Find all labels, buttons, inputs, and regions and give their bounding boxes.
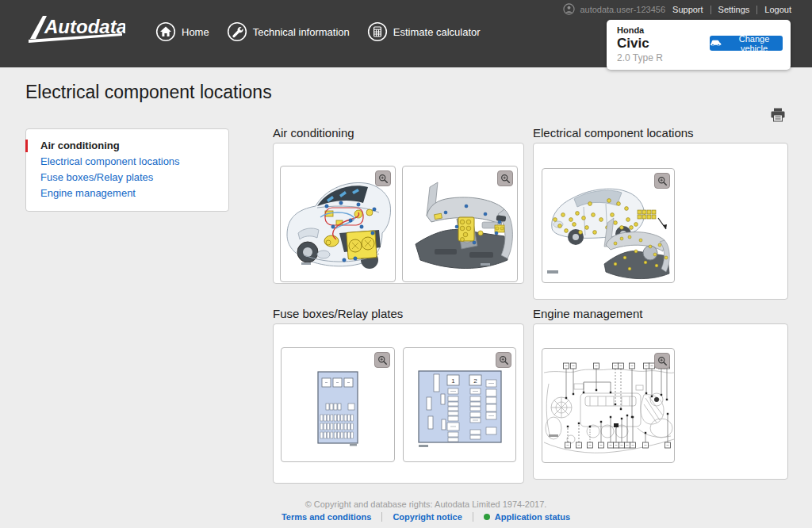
vehicle-card: Honda Civic 2.0 Type R Change vehicle <box>607 20 791 70</box>
settings-link[interactable]: Settings <box>718 5 750 14</box>
green-status-dot <box>484 514 490 520</box>
nav-technical-information-label: Technical information <box>253 26 350 38</box>
support-link[interactable]: Support <box>672 5 703 14</box>
thumbnail-engine-management[interactable] <box>542 348 675 463</box>
magnifier-plus-icon[interactable] <box>654 353 670 369</box>
nav-home-label: Home <box>182 26 209 38</box>
home-icon <box>155 21 176 42</box>
sidebar-menu: Air conditioning Electrical component lo… <box>25 128 229 212</box>
magnifier-plus-icon[interactable] <box>654 173 670 189</box>
page-title: Electrical component locations <box>25 82 272 103</box>
print-button[interactable] <box>769 108 787 124</box>
person-icon <box>563 3 575 17</box>
user-chip: autodata.user-123456 <box>563 3 665 17</box>
footer-copyright: © Copyright and database rights: Autodat… <box>40 499 812 509</box>
thumbnail-fuse-box-1[interactable] <box>281 347 395 462</box>
thumbnail-ac-interior[interactable] <box>402 166 518 282</box>
calculator-icon <box>367 21 388 42</box>
section-title-electrical-component-locations: Electrical component locations <box>533 126 694 140</box>
wrench-icon <box>227 21 247 42</box>
panel-fuse-boxes-relay-plates: 1 2 <box>273 323 524 484</box>
logout-link[interactable]: Logout <box>764 5 791 14</box>
section-title-fuse-boxes-relay-plates: Fuse boxes/Relay plates <box>273 307 403 320</box>
section-title-air-conditioning: Air conditioning <box>273 126 354 140</box>
fuse-box-label-2: 2 <box>473 377 477 385</box>
divider <box>473 512 473 522</box>
sidebar-item-air-conditioning[interactable]: Air conditioning <box>26 138 228 154</box>
sidebar-item-engine-management[interactable]: Engine management <box>26 186 228 201</box>
thumbnail-electrical-component-locations[interactable] <box>542 168 675 283</box>
sidebar-item-fuse-boxes-relay-plates[interactable]: Fuse boxes/Relay plates <box>26 170 228 186</box>
magnifier-plus-icon[interactable] <box>497 170 513 186</box>
panel-electrical-component-locations <box>533 143 788 300</box>
printer-icon <box>770 113 786 124</box>
panel-air-conditioning <box>273 143 524 284</box>
divider <box>756 6 757 14</box>
application-status-label: Application status <box>495 512 570 522</box>
page: autodata.user-123456 Support Settings Lo… <box>0 0 812 528</box>
utility-row: autodata.user-123456 Support Settings Lo… <box>563 3 791 16</box>
divider <box>710 6 711 14</box>
thumbnail-ac-engine-bay[interactable] <box>280 166 396 282</box>
nav-home[interactable]: Home <box>155 21 209 42</box>
vehicle-model: Civic <box>617 36 649 52</box>
nav-technical-information[interactable]: Technical information <box>227 21 350 42</box>
nav-estimate-calculator[interactable]: Estimate calculator <box>367 21 481 42</box>
change-vehicle-label: Change vehicle <box>726 34 783 53</box>
thumbnail-fuse-box-2[interactable]: 1 2 <box>403 347 516 462</box>
footer-links: Terms and conditions Copyright notice Ap… <box>40 512 812 522</box>
main-nav: Home Technical information <box>155 21 481 42</box>
magnifier-plus-icon[interactable] <box>374 352 390 368</box>
copyright-notice-link[interactable]: Copyright notice <box>393 512 462 522</box>
divider <box>381 512 382 522</box>
application-status-link[interactable]: Application status <box>484 512 570 522</box>
change-vehicle-button[interactable]: Change vehicle <box>710 36 783 51</box>
car-icon <box>710 39 722 48</box>
magnifier-plus-icon[interactable] <box>375 170 391 186</box>
section-title-engine-management: Engine management <box>533 307 642 320</box>
nav-estimate-calculator-label: Estimate calculator <box>393 26 481 38</box>
terms-and-conditions-link[interactable]: Terms and conditions <box>282 512 371 522</box>
autodata-logo[interactable]: Autodata <box>22 10 125 49</box>
vehicle-variant: 2.0 Type R <box>617 52 663 63</box>
username-label: autodata.user-123456 <box>580 5 665 14</box>
fuse-box-label-1: 1 <box>451 377 455 385</box>
sidebar-item-electrical-component-locations[interactable]: Electrical component locations <box>26 154 228 170</box>
panel-engine-management <box>533 323 788 480</box>
vehicle-make: Honda <box>617 25 644 35</box>
magnifier-plus-icon[interactable] <box>496 352 511 368</box>
